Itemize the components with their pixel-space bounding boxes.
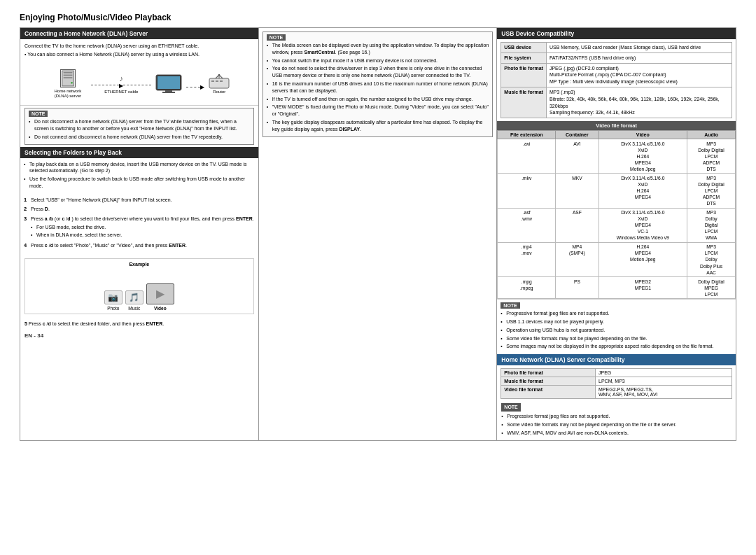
dlna-intro-text1: Connect the TV to the home network (DLNA… xyxy=(24,43,254,50)
usb-row-device: USB device USB Memory, USB card reader (… xyxy=(501,43,732,53)
usb-bn-1: Progressive format jpeg files are not su… xyxy=(500,310,732,317)
music-folder-label: Music xyxy=(128,306,140,311)
usb-photo-label: Photo file format xyxy=(501,63,547,87)
dlna-note-box: NOTE Do not disconnect a home network (D… xyxy=(24,108,254,144)
svg-rect-3 xyxy=(63,77,72,78)
dlna-section-header: Connecting a Home Network (DLNA) Server xyxy=(20,28,258,39)
video-folder: ▶ Video xyxy=(146,283,174,311)
compat-music-label: Music file format xyxy=(501,377,596,386)
usb-bn-4: Some video file formats may not be playe… xyxy=(500,335,732,342)
vff-container-mpg: PS xyxy=(556,277,598,299)
usb-bottom-notes: NOTE Progressive format jpeg files are n… xyxy=(497,299,736,354)
example-area: Example 📷 Photo 🎵 Music ▶ Video xyxy=(24,258,254,314)
mid-note-item-5: If the TV is turned off and then on agai… xyxy=(267,96,489,103)
usb-row-photo: Photo file format JPEG (.jpg) (DCF2.0 co… xyxy=(501,63,732,87)
tv-icon xyxy=(155,74,182,94)
dlna-cn-3: WMV, ASF, MP4, MOV and AVI are non-DLNA … xyxy=(501,430,732,437)
vff-ext-asf: .asf .wmv xyxy=(498,208,556,242)
mid-note-list: The Media screen can be displayed even b… xyxy=(267,42,489,133)
photo-folder: 📷 Photo xyxy=(104,290,122,311)
photo-folder-icon: 📷 xyxy=(104,290,122,304)
dlna-compat-note-label: NOTE xyxy=(501,403,520,412)
dlna-note-label: NOTE xyxy=(29,111,48,117)
vff-table: File extension Container Video Audio .av… xyxy=(497,130,736,299)
right-column: USB Device Compatibility USB device USB … xyxy=(497,28,736,440)
page-title: Enjoying Photo/Music/Video Playback xyxy=(20,13,736,22)
vff-header-row: File extension Container Video Audio xyxy=(498,131,736,139)
compat-video-label: Video file format xyxy=(501,386,596,399)
svg-point-4 xyxy=(71,82,73,84)
left-column: Connecting a Home Network (DLNA) Server … xyxy=(20,28,259,440)
server-label: Home network (DLNA) server xyxy=(48,89,87,100)
vff-audio-avi: MP3 Dolby Digital LPCM ADPCM DTS xyxy=(687,139,736,174)
folders-intro-item-2: Use the following procedure to switch ba… xyxy=(24,176,255,190)
compat-row-photo: Photo file format JPEG xyxy=(501,369,732,377)
compat-video-value: MPEG2-PS, MPEG2-TS, WMV, ASF, MP4, MOV, … xyxy=(596,386,732,399)
mid-note-box: NOTE The Media screen can be displayed e… xyxy=(262,31,493,137)
svg-rect-6 xyxy=(158,76,180,89)
vff-col-container: Container xyxy=(556,131,598,139)
dlna-compat-table-wrap: Photo file format JPEG Music file format… xyxy=(497,365,736,400)
video-folder-label: Video xyxy=(154,306,167,311)
vff-video-asf: DivX 3.11/4.x/5.1/6.0 XviD MPEG4 VC-1 Wi… xyxy=(598,208,687,242)
example-label: Example xyxy=(28,262,251,267)
vff-row-mkv: .mkv MKV DivX 3.11/4.x/5.1/6.0 XviD H.26… xyxy=(498,174,736,208)
dlna-cn-2: Some video file formats may not be playe… xyxy=(501,421,732,428)
vff-header: Video file format xyxy=(497,121,736,130)
folders-intro-list: To play back data on a USB memory device… xyxy=(24,161,255,190)
mid-note-item-4: 16 is the maximum number of USB drives a… xyxy=(267,80,489,94)
folders-intro: To play back data on a USB memory device… xyxy=(20,158,258,194)
main-grid: Connecting a Home Network (DLNA) Server … xyxy=(20,27,736,441)
vff-container-avi: AVI xyxy=(556,139,598,174)
router-device: Router xyxy=(209,74,230,94)
usb-device-label: USB device xyxy=(501,43,547,53)
vff-video-mkv: DivX 3.11/4.x/5.1/6.0 XviD H.264 MPEG4 xyxy=(598,174,687,208)
usb-fs-value: FAT/FAT32/NTFS (USB hard drive only) xyxy=(546,52,732,63)
folders-section-header: Selecting the Folders to Play Back xyxy=(20,147,258,158)
compat-music-value: LPCM, MP3 xyxy=(596,377,732,386)
music-folder: 🎵 Music xyxy=(125,290,144,311)
vff-col-audio: Audio xyxy=(687,131,736,139)
cable-label: ETHERNET cable xyxy=(104,90,138,94)
usb-section-header: USB Device Compatibility xyxy=(497,28,736,39)
usb-music-value: MP3 (.mp3) Bitrate: 32k, 40k, 48k, 56k, … xyxy=(546,87,732,118)
compat-row-music: Music file format LPCM, MP3 xyxy=(501,377,732,386)
vff-ext-mkv: .mkv xyxy=(498,174,556,208)
mid-note-item-3: You do not need to select the drive/serv… xyxy=(267,65,489,79)
usb-bottom-note-label: NOTE xyxy=(500,302,519,309)
middle-column: NOTE The Media screen can be displayed e… xyxy=(259,28,498,440)
step-1: 1 Select "USB" or "Home Network (DLNA)" … xyxy=(24,197,255,204)
example-image: 📷 Photo 🎵 Music ▶ Video xyxy=(28,269,251,311)
usb-compat-table-wrap: USB device USB Memory, USB card reader (… xyxy=(497,39,736,121)
vff-video-mp4: H.264 MPEG4 Motion Jpeg xyxy=(598,242,687,276)
mid-note-label: NOTE xyxy=(267,34,286,41)
vff-audio-mkv: MP3 Dolby Digital LPCM ADPCM DTS xyxy=(687,174,736,208)
usb-bottom-note-list: Progressive format jpeg files are not su… xyxy=(500,310,732,350)
svg-rect-9 xyxy=(209,78,229,88)
compat-row-video: Video file format MPEG2-PS, MPEG2-TS, WM… xyxy=(501,386,732,399)
vff-video-avi: DivX 3.11/4.x/5.1/6.0 XviD H.264 MPEG4 M… xyxy=(598,139,687,174)
step3-sub-1: For USB mode, select the drive. xyxy=(31,224,255,231)
dlna-diagram: Home network (DLNA) server ♪ ▶ ETHERNET … xyxy=(20,64,258,106)
usb-bn-5: Some images may not be displayed in the … xyxy=(500,343,732,350)
router-icon xyxy=(209,74,230,90)
vff-container-mp4: MP4 (SMP4) xyxy=(556,242,598,276)
music-folder-icon: 🎵 xyxy=(125,290,144,304)
step3-sub-list: For USB mode, select the drive. When in … xyxy=(31,224,255,239)
usb-music-label: Music file format xyxy=(501,87,547,118)
compat-photo-label: Photo file format xyxy=(501,369,596,377)
svg-rect-11 xyxy=(216,80,218,82)
dlna-compat-note-list: Progressive format jpeg files are not su… xyxy=(501,413,732,436)
photo-folder-label: Photo xyxy=(107,306,119,311)
mid-note-item-7: The key guide display disappears automat… xyxy=(267,119,489,133)
step-5: 5 Press c /d to select the desired folde… xyxy=(20,318,258,330)
compat-photo-value: JPEG xyxy=(596,369,732,377)
vff-video-mpg: MPEG2 MPEG1 xyxy=(598,277,687,299)
dlna-compat-header: Home Network (DLNA) Server Compatibility xyxy=(497,354,736,365)
vff-col-video: Video xyxy=(598,131,687,139)
connection-line: ♪ ▶ ETHERNET cable xyxy=(91,74,151,94)
usb-compat-table: USB device USB Memory, USB card reader (… xyxy=(500,42,732,118)
step3-sub-2: When in DLNA mode, select the server. xyxy=(31,232,255,239)
folders-intro-item-1: To play back data on a USB memory device… xyxy=(24,161,255,175)
usb-photo-value: JPEG (.jpg) (DCF2.0 compliant) Multi-Pic… xyxy=(546,63,732,87)
